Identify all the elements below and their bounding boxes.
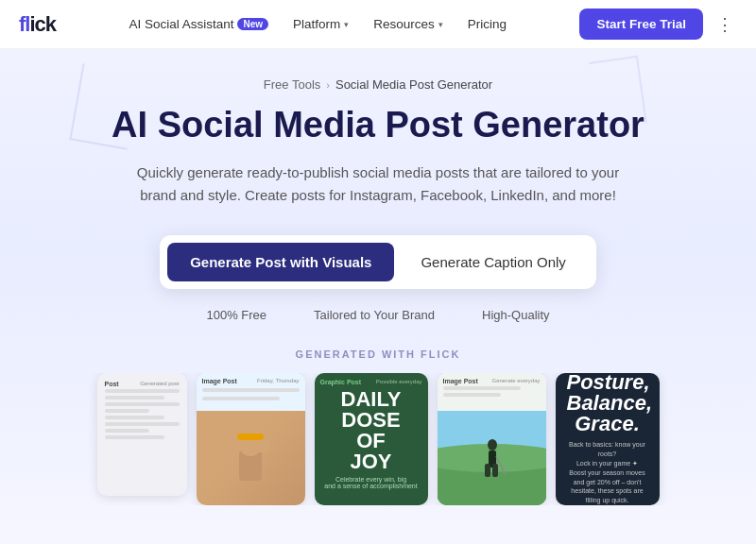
feature-quality: High-Quality — [482, 308, 550, 322]
preview-card-1: Post Generated post — [97, 373, 187, 496]
card1-line7 — [105, 429, 149, 433]
card1-line5 — [105, 416, 164, 419]
card2-text1 — [202, 388, 300, 392]
card4-type: Image Post — [443, 378, 478, 384]
card2-date: Friday, Thursday — [257, 378, 299, 383]
start-free-trial-button[interactable]: Start Free Trial — [579, 8, 703, 40]
svg-rect-9 — [485, 464, 490, 477]
card4-text2 — [443, 393, 502, 397]
nav-right: Start Free Trial ⋮ — [579, 8, 737, 40]
breadcrumb-separator: › — [326, 79, 330, 91]
card4-image — [438, 411, 546, 505]
card1-type: Post — [105, 381, 119, 387]
card5-subtitle: Back to basics: know your roots?Lock in … — [567, 440, 648, 504]
cta-button-group: Generate Post with Visuals Generate Capt… — [160, 235, 596, 289]
card2-text2 — [202, 397, 280, 400]
hero-subtitle: Quickly generate ready-to-publish social… — [123, 162, 633, 207]
card1-line3 — [105, 402, 180, 406]
card3-text: DAILYDOSEOFJOY — [341, 389, 402, 472]
card1-line4 — [105, 409, 149, 413]
generated-label: GENERATED WITH FLICK — [19, 348, 737, 360]
page-title: AI Social Media Post Generator — [85, 105, 671, 146]
card1-line1 — [105, 389, 180, 393]
svg-rect-10 — [492, 464, 498, 477]
card3-date: Possible everyday — [376, 379, 422, 384]
breadcrumb-current: Social Media Post Generator — [335, 77, 492, 92]
resources-caret-icon: ▾ — [438, 20, 443, 29]
card3-subtitle: Celebrate every win, bigand a sense of a… — [324, 476, 417, 489]
nav-resources[interactable]: Resources ▾ — [364, 11, 453, 37]
card4-date: Generate everyday — [491, 378, 540, 383]
preview-cards-row: Post Generated post Image Post Friday, T… — [19, 373, 737, 505]
card1-line8 — [105, 435, 164, 439]
nav-ai-assistant[interactable]: AI Social Assistant New — [119, 11, 278, 37]
svg-point-7 — [488, 439, 497, 450]
card5-title: Posture,Balance,Grace. — [567, 373, 648, 435]
features-row: 100% Free Tailored to Your Brand High-Qu… — [19, 308, 737, 322]
breadcrumb: Free Tools › Social Media Post Generator — [19, 77, 737, 92]
nav-platform[interactable]: Platform ▾ — [284, 11, 358, 37]
card1-line2 — [105, 396, 164, 400]
preview-card-2: Image Post Friday, Thursday — [197, 373, 305, 505]
more-options-icon[interactable]: ⋮ — [713, 10, 737, 39]
card4-text1 — [443, 386, 521, 390]
card3-type: Graphic Post — [320, 379, 362, 385]
card1-date: Generated post — [140, 381, 179, 386]
card2-image — [197, 411, 305, 505]
breadcrumb-parent[interactable]: Free Tools — [264, 77, 320, 92]
new-badge: New — [237, 18, 268, 30]
preview-card-3: Graphic Post Possible everyday DAILYDOSE… — [315, 373, 428, 505]
card2-type: Image Post — [202, 378, 237, 384]
svg-point-3 — [257, 440, 270, 453]
nav-links: AI Social Assistant New Platform ▾ Resou… — [119, 11, 516, 37]
svg-rect-2 — [237, 434, 264, 440]
nav-pricing[interactable]: Pricing — [458, 11, 516, 37]
brand-logo[interactable]: flick — [19, 12, 56, 37]
navbar: flick AI Social Assistant New Platform ▾… — [0, 0, 756, 49]
outdoor-illustration — [438, 411, 546, 505]
platform-caret-icon: ▾ — [344, 20, 349, 29]
generate-caption-only-button[interactable]: Generate Caption Only — [398, 243, 588, 281]
hero-section: Free Tools › Social Media Post Generator… — [0, 49, 756, 544]
generate-post-with-visuals-button[interactable]: Generate Post with Visuals — [167, 243, 394, 281]
feature-brand: Tailored to Your Brand — [314, 308, 435, 322]
preview-card-5: Posture,Balance,Grace. Back to basics: k… — [556, 373, 660, 505]
preview-card-4: Image Post Generate everyday — [438, 373, 546, 505]
feature-free: 100% Free — [206, 308, 266, 322]
card1-line6 — [105, 422, 180, 426]
person-illustration — [213, 411, 288, 505]
